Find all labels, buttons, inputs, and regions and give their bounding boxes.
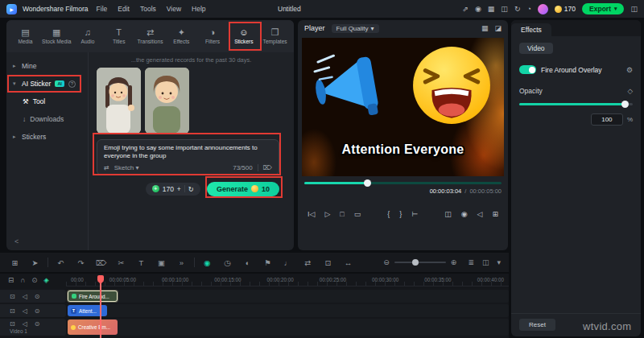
layout-icon[interactable]: ◫	[482, 258, 489, 266]
track-lane[interactable]: T Attent...	[68, 304, 509, 317]
keyframe-add-icon[interactable]: ◈	[43, 276, 49, 284]
pip-icon[interactable]: ⊡	[318, 258, 338, 267]
coin-balance[interactable]: 170	[555, 5, 576, 13]
credit-balance[interactable]: + 170 + ↻	[146, 183, 200, 196]
menu-file[interactable]: File	[94, 5, 110, 13]
clip-fire-around[interactable]: Fire Around...	[68, 291, 118, 302]
manage-tracks-icon[interactable]: ⊟	[8, 276, 14, 284]
view-grid-icon[interactable]: ▦	[481, 24, 489, 32]
track-mute-icon[interactable]: ◁	[23, 293, 27, 300]
tab-stickers[interactable]: ☺Stickers	[228, 28, 259, 44]
stop-icon[interactable]: □	[340, 210, 344, 218]
track-eye-icon[interactable]: ⊙	[35, 307, 40, 315]
generated-sticker-1[interactable]	[97, 68, 141, 134]
zoom-out-icon[interactable]: ⊖	[383, 258, 390, 266]
split-icon[interactable]: ✂	[111, 258, 131, 267]
opacity-slider[interactable]	[519, 103, 633, 105]
tab-stock-media[interactable]: ▦Stock Media	[41, 28, 72, 44]
track-eye-icon[interactable]: ⊙	[35, 320, 40, 328]
sidebar-item-mine[interactable]: ▸Mine	[6, 57, 88, 75]
delete-icon[interactable]: ⌦	[91, 258, 111, 267]
trash-icon[interactable]: ⌦	[263, 164, 272, 171]
track-toggle-icon[interactable]: ⊡	[10, 320, 15, 328]
subtab-video[interactable]: Video	[519, 43, 553, 54]
undo-icon[interactable]: ↶	[51, 258, 71, 267]
prompt-text[interactable]: Emoji trying to say some important annou…	[104, 144, 272, 161]
workspace-icon[interactable]: ◫	[630, 5, 638, 13]
user-avatar[interactable]	[538, 4, 548, 14]
share-icon[interactable]: ⇗	[462, 5, 469, 13]
shuffle-icon[interactable]: ⇄	[104, 164, 109, 171]
playback-progress-bar[interactable]	[304, 182, 502, 184]
snapshot-icon[interactable]: ◉	[461, 210, 468, 218]
fit-icon[interactable]: ↔	[338, 258, 358, 267]
plus-icon[interactable]: +	[177, 185, 181, 193]
tab-media[interactable]: ▤Media	[10, 28, 41, 44]
marker-icon[interactable]: ⚑	[258, 258, 278, 267]
tab-effects[interactable]: ✦Effects	[166, 28, 197, 44]
track-lane[interactable]: Fire Around...	[68, 290, 509, 303]
ai-portrait-icon[interactable]: ◉	[197, 258, 217, 267]
magnet-icon[interactable]: ∩	[20, 276, 25, 284]
track-toggle-icon[interactable]: ⊡	[10, 307, 15, 315]
menu-view[interactable]: View	[164, 5, 184, 13]
zoom-slider-knob[interactable]	[412, 259, 419, 266]
mirror-icon[interactable]: ◫	[444, 210, 452, 218]
crop-icon[interactable]: ▣	[151, 258, 171, 267]
mark-out-icon[interactable]: }	[399, 210, 402, 218]
opacity-value-input[interactable]: 100	[591, 113, 623, 126]
record-icon[interactable]: ◉	[475, 5, 481, 13]
speed-icon[interactable]: ◷	[217, 258, 237, 267]
layout-grid-icon[interactable]: ▦	[488, 5, 495, 13]
zoom-in-icon[interactable]: ⊕	[451, 258, 457, 266]
mask-icon[interactable]: ◐	[237, 258, 258, 267]
panels-icon[interactable]: ◫	[501, 5, 508, 13]
tab-filters[interactable]: ◑Filters	[197, 28, 229, 44]
tab-templates[interactable]: ❒Templates	[259, 28, 291, 44]
playhead[interactable]	[100, 275, 101, 338]
fire-overlay-toggle[interactable]	[519, 65, 536, 74]
style-dropdown[interactable]: Sketch ▾	[114, 164, 139, 171]
detach-icon[interactable]: ⊞	[492, 210, 498, 218]
speaker-icon[interactable]: ◁	[477, 210, 483, 218]
quality-dropdown[interactable]: Full Quality▾	[332, 24, 379, 33]
zoom-slider[interactable]	[394, 262, 446, 263]
menu-tools[interactable]: Tools	[138, 5, 159, 13]
help-icon[interactable]: ?	[68, 80, 76, 88]
track-lane[interactable]: Creative Em...	[68, 319, 509, 336]
sidebar-item-downloads[interactable]: ↓Downloads	[6, 110, 88, 128]
gear-icon[interactable]: ⚙	[626, 66, 633, 74]
transition-icon[interactable]: ⇄	[298, 258, 318, 267]
play-icon[interactable]: ▷	[324, 210, 330, 218]
mark-in-icon[interactable]: {	[387, 210, 390, 218]
caret-down-icon[interactable]: ▾	[497, 258, 501, 266]
tab-effects-properties[interactable]: Effects	[511, 23, 551, 36]
clip-creative-emoji[interactable]: Creative Em...	[68, 319, 118, 335]
link-icon[interactable]: ⊙	[31, 276, 37, 284]
mic-icon[interactable]: ♩	[278, 258, 298, 267]
menu-help[interactable]: Help	[189, 5, 208, 13]
scopes-icon[interactable]: ◪	[494, 24, 502, 32]
tab-titles[interactable]: TTitles	[103, 28, 134, 44]
select-icon[interactable]: ➤	[25, 258, 45, 267]
export-button[interactable]: Export▾	[582, 3, 624, 14]
more-tools-icon[interactable]: »	[171, 258, 192, 267]
video-preview[interactable]: Attention Everyone	[302, 38, 504, 176]
track-eye-icon[interactable]: ⊙	[35, 293, 40, 300]
text-icon[interactable]: T	[131, 258, 151, 267]
sidebar-item-ai-sticker[interactable]: ▾AI StickerAI?	[6, 75, 88, 93]
frame-icon[interactable]: ▭	[354, 210, 361, 218]
prompt-box[interactable]: Emoji trying to say some important annou…	[97, 139, 279, 175]
sync-icon[interactable]: ↻	[514, 5, 521, 13]
tab-audio[interactable]: ♫Audio	[72, 28, 104, 44]
previous-frame-icon[interactable]: I◁	[308, 210, 315, 218]
track-mute-icon[interactable]: ◁	[23, 307, 27, 315]
tab-transitions[interactable]: ⇄Transitions	[134, 28, 166, 44]
track-mute-icon[interactable]: ◁	[23, 320, 27, 328]
collapse-sidebar-icon[interactable]: <	[14, 237, 19, 245]
refresh-icon[interactable]: ↻	[188, 185, 194, 193]
opacity-slider-knob[interactable]	[621, 101, 629, 108]
sidebar-item-stickers[interactable]: ▸Stickers	[6, 128, 88, 146]
marker-icon[interactable]: ⊢	[411, 210, 418, 218]
menu-edit[interactable]: Edit	[115, 5, 132, 13]
